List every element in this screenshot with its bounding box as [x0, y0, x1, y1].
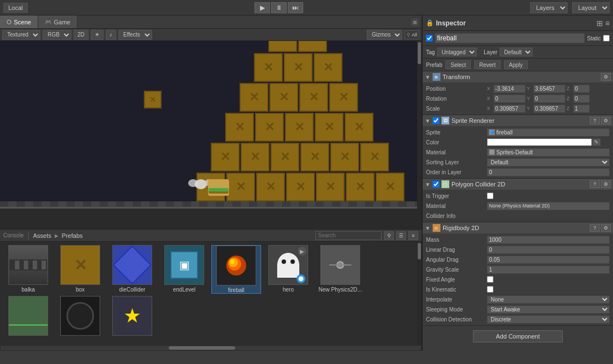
sleeping-mode-dropdown[interactable]: Start Awake	[487, 305, 610, 314]
rigidbody2d-header[interactable]: ▼ ⊙ Rigidbody 2D ? ⚙	[423, 222, 613, 233]
pos-y-input[interactable]	[533, 85, 565, 93]
asset-item-balka[interactable]: balka	[3, 245, 53, 294]
assets-hscrollbar-thumb[interactable]	[169, 346, 235, 350]
add-component-button[interactable]: Add Component	[473, 330, 563, 342]
scale-y-input[interactable]	[533, 105, 565, 113]
layer-dropdown[interactable]: Default	[500, 48, 533, 56]
sprite-renderer-settings-button[interactable]: ⚙	[601, 117, 611, 124]
rot-y-input[interactable]	[533, 95, 565, 103]
asset-item-box[interactable]: ✕ box	[55, 245, 105, 294]
rgb-dropdown[interactable]: RGB	[43, 30, 71, 40]
scale-x-input[interactable]	[493, 105, 526, 113]
panel-menu-button[interactable]: ≡	[410, 17, 420, 27]
prefab-apply-button[interactable]: Apply	[504, 60, 528, 69]
object-active-checkbox[interactable]	[426, 35, 433, 41]
effects-dropdown[interactable]: Effects	[118, 30, 152, 40]
color-eyedropper-button[interactable]: ✎	[592, 138, 601, 146]
rigidbody2d-help-button[interactable]: ?	[590, 224, 600, 232]
assets-scrollbar-thumb[interactable]	[418, 243, 421, 259]
character-body	[208, 179, 229, 196]
panel-settings-button[interactable]: ≡	[408, 231, 418, 240]
asset-thumb-circle	[60, 296, 100, 336]
sprite-renderer-checkbox[interactable]	[433, 117, 439, 124]
sprite-renderer-header[interactable]: ▼ 🖼 Sprite Renderer ? ⚙	[423, 115, 613, 126]
inspector-menu-button[interactable]: ≡	[605, 19, 610, 28]
scale-z-input[interactable]	[573, 105, 590, 113]
gravity-scale-input[interactable]	[487, 266, 610, 274]
asset-item-newphysics[interactable]: New Physics2D...	[315, 245, 365, 294]
local-button[interactable]: Local	[3, 3, 28, 13]
prefab-select-button[interactable]: Select	[445, 60, 471, 69]
polygon-collider-checkbox[interactable]	[433, 181, 439, 188]
layout-dropdown[interactable]: Layout	[572, 2, 610, 13]
scene-scrollbar[interactable]	[417, 41, 422, 229]
material-ref[interactable]: ⬡ Sprites-Default	[487, 148, 610, 157]
polygon-collider-help-button[interactable]: ?	[590, 180, 600, 188]
asset-item-star[interactable]: ★	[107, 296, 157, 337]
pause-button[interactable]: ⏸	[271, 2, 287, 13]
asset-item-diecollider[interactable]: dieCollider	[107, 245, 157, 294]
angular-drag-input[interactable]	[487, 256, 610, 264]
interpolate-dropdown[interactable]: None	[487, 295, 610, 304]
scene-toolbar: Textured RGB 2D ☀ ♪ Effects Gizmos ⚲ All	[0, 29, 422, 41]
play-button[interactable]: ▶	[254, 2, 270, 13]
collider-material-ref[interactable]: None (Physics Material 2D)	[487, 202, 610, 210]
step-button[interactable]: ⏭	[288, 2, 303, 13]
2d-button[interactable]: 2D	[74, 30, 89, 40]
light-button[interactable]: ☀	[91, 30, 103, 40]
asset-item-endlevel[interactable]: ▣ endLevel	[159, 245, 209, 294]
rot-z-input[interactable]	[573, 95, 590, 103]
filter-button[interactable]: ☰	[396, 231, 406, 240]
is-trigger-checkbox[interactable]	[487, 193, 493, 199]
asset-item-fireball[interactable]: fireball	[211, 245, 261, 294]
scene-tab[interactable]: ⬡ Scene	[0, 15, 38, 28]
pos-z-input[interactable]	[573, 85, 590, 93]
crate: ✕	[300, 143, 329, 171]
is-kinematic-checkbox[interactable]	[487, 286, 493, 293]
pos-x-input[interactable]	[493, 85, 526, 93]
rot-z-label: Z	[567, 96, 572, 101]
assets-scrollbar[interactable]	[417, 242, 422, 345]
inspector-header: 🔒 Inspector ⊞ ≡	[423, 15, 613, 31]
color-picker[interactable]	[487, 138, 592, 146]
scene-view[interactable]: ✕ ✕ ✕ ✕ ✕ ✕ ✕ ✕ ✕ ✕ ✕ ✕ ✕ ✕ ✕ ✕	[0, 41, 422, 229]
scene-scrollbar-thumb[interactable]	[418, 42, 421, 64]
layers-dropdown[interactable]: Layers	[530, 2, 568, 13]
textured-dropdown[interactable]: Textured	[2, 30, 40, 40]
polygon-collider-header[interactable]: ▼ ⬡ Polygon Collider 2D ? ⚙	[423, 179, 613, 190]
angular-drag-row: Angular Drag	[423, 254, 613, 264]
crate: ✕	[329, 83, 358, 112]
rigidbody2d-settings-button[interactable]: ⚙	[601, 224, 611, 232]
polygon-collider-settings-button[interactable]: ⚙	[601, 180, 611, 188]
object-name-input[interactable]	[435, 33, 585, 43]
assets-search-input[interactable]	[315, 231, 382, 240]
linear-drag-input[interactable]	[487, 246, 610, 254]
asset-item-ground[interactable]	[3, 296, 53, 337]
rotation-label: Rotation	[426, 96, 487, 102]
transform-settings-button[interactable]: ⚙	[601, 73, 611, 81]
assets-label[interactable]: Assets	[33, 232, 51, 239]
order-in-layer-input[interactable]	[487, 168, 610, 176]
mass-input[interactable]	[487, 236, 610, 244]
search-icon-button[interactable]: ⚲	[384, 231, 394, 240]
collision-detection-dropdown[interactable]: Discrete	[487, 315, 610, 324]
assets-hscrollbar[interactable]	[0, 345, 422, 351]
console-label[interactable]: Console	[3, 232, 24, 238]
game-tab[interactable]: 🎮 Game	[38, 15, 77, 28]
order-in-layer-row: Order in Layer	[423, 167, 613, 177]
prefab-revert-button[interactable]: Revert	[474, 60, 500, 69]
asset-item-hero[interactable]: ▶ hero	[263, 245, 313, 294]
inspector-maximize-button[interactable]: ⊞	[596, 19, 603, 28]
asset-item-circle[interactable]	[55, 296, 105, 337]
rot-x-input[interactable]	[493, 95, 526, 103]
gizmos-dropdown[interactable]: Gizmos	[367, 30, 402, 40]
sprite-ref[interactable]: 🔷 fireball	[487, 128, 610, 137]
transform-header[interactable]: ▼ ⊕ Transform ⚙	[423, 71, 613, 82]
prefabs-label[interactable]: Prefabs	[62, 232, 83, 239]
fixed-angle-checkbox[interactable]	[487, 276, 493, 283]
sprite-renderer-help-button[interactable]: ?	[590, 117, 600, 124]
static-checkbox[interactable]	[603, 35, 610, 41]
audio-button[interactable]: ♪	[106, 30, 116, 40]
sorting-layer-dropdown[interactable]: Default	[487, 158, 610, 167]
tag-dropdown[interactable]: Untagged	[437, 48, 477, 56]
